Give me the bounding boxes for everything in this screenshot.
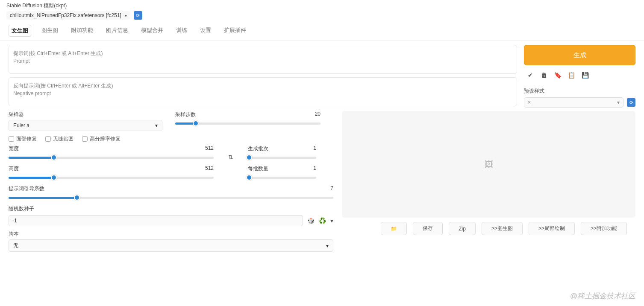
output-gallery: 🖼 xyxy=(342,111,635,218)
save-button[interactable]: 保存 xyxy=(413,222,443,235)
main-tabs: 文生图 图生图 附加功能 图片信息 模型合并 训练 设置 扩展插件 xyxy=(0,20,644,41)
bookmark-icon[interactable]: 🔖 xyxy=(554,71,562,79)
tab-merge[interactable]: 模型合并 xyxy=(138,25,166,37)
send-extras-button[interactable]: >>附加功能 xyxy=(581,222,627,235)
sampling-steps-value: 20 xyxy=(315,111,321,118)
sampler-method-value: Euler a xyxy=(13,122,29,128)
width-slider[interactable] xyxy=(9,154,214,161)
generate-button[interactable]: 生成 xyxy=(524,45,635,65)
model-name: chilloutmix_NiPrunedFp32Fix.safetensors … xyxy=(10,12,121,18)
tab-extras[interactable]: 附加功能 xyxy=(68,25,96,37)
restore-faces-checkbox[interactable]: 面部修复 xyxy=(9,135,37,143)
hires-fix-label: 高分辨率修复 xyxy=(90,135,121,143)
seed-input[interactable]: -1 xyxy=(9,215,303,226)
hires-fix-checkbox[interactable]: 高分辨率修复 xyxy=(82,135,121,143)
watermark: @稀土掘金技术社区 xyxy=(570,291,635,301)
style-label: 预设样式 xyxy=(524,87,635,95)
sampling-steps-label: 采样步数 xyxy=(175,111,196,118)
height-label: 高度 xyxy=(9,165,19,172)
width-label: 宽度 xyxy=(9,145,19,152)
refresh-style-button[interactable]: ⟳ xyxy=(627,98,635,107)
tab-txt2img[interactable]: 文生图 xyxy=(9,25,31,37)
cfg-scale-value: 7 xyxy=(330,185,333,192)
recycle-icon[interactable]: ♻️ xyxy=(319,217,326,224)
chevron-down-icon: ▾ xyxy=(326,243,329,249)
refresh-icon: ⟳ xyxy=(629,100,633,105)
cfg-scale-label: 提示词引导系数 xyxy=(9,185,44,192)
tiling-checkbox[interactable]: 无缝贴图 xyxy=(45,135,74,143)
batch-count-label: 生成批次 xyxy=(248,145,268,152)
tab-img2img[interactable]: 图生图 xyxy=(39,25,61,37)
batch-count-value: 1 xyxy=(313,145,316,152)
script-select[interactable]: 无 ▾ xyxy=(9,239,333,252)
zip-button[interactable]: Zip xyxy=(449,222,476,235)
style-placeholder: × xyxy=(528,99,531,105)
tab-train[interactable]: 训练 xyxy=(173,25,190,37)
chevron-down-icon: ▾ xyxy=(125,13,127,18)
negative-prompt-input[interactable]: 反向提示词(按 Ctrl+Enter 或 Alt+Enter 生成) Negat… xyxy=(9,77,517,106)
header-title: Stable Diffusion 模型(ckpt) xyxy=(6,2,638,9)
extra-seed-toggle[interactable]: ▾ xyxy=(330,217,333,224)
height-slider[interactable] xyxy=(9,174,214,181)
swap-dimensions-button[interactable]: ⇅ xyxy=(228,154,233,160)
model-checkpoint-select[interactable]: chilloutmix_NiPrunedFp32Fix.safetensors … xyxy=(6,11,130,20)
tab-pnginfo[interactable]: 图片信息 xyxy=(103,25,131,37)
width-value: 512 xyxy=(205,145,214,152)
send-inpaint-button[interactable]: >>局部绘制 xyxy=(529,222,575,235)
batch-size-value: 1 xyxy=(313,165,316,172)
cfg-scale-slider[interactable] xyxy=(9,194,333,201)
tab-settings[interactable]: 设置 xyxy=(197,25,214,37)
sampling-steps-slider[interactable] xyxy=(175,120,321,127)
apply-icon[interactable]: ✔ xyxy=(526,71,534,79)
prompt-input[interactable]: 提示词(按 Ctrl+Enter 或 Alt+Enter 生成) Prompt xyxy=(9,45,517,74)
chevron-down-icon: ▾ xyxy=(155,122,158,128)
sampler-method-label: 采样器 xyxy=(9,111,24,118)
dice-icon[interactable]: 🎲 xyxy=(307,217,315,224)
batch-size-label: 每批数量 xyxy=(248,165,268,172)
image-placeholder-icon: 🖼 xyxy=(485,160,493,169)
script-value: 无 xyxy=(13,242,18,249)
script-label: 脚本 xyxy=(9,230,333,238)
chevron-down-icon: ▾ xyxy=(617,99,620,105)
trash-icon[interactable]: 🗑 xyxy=(540,71,548,79)
save-preset-icon[interactable]: 💾 xyxy=(581,71,589,79)
send-img2img-button[interactable]: >>图生图 xyxy=(482,222,523,235)
sampler-method-select[interactable]: Euler a ▾ xyxy=(9,120,162,131)
restore-faces-label: 面部修复 xyxy=(16,135,37,143)
style-select[interactable]: × ▾ xyxy=(524,97,623,108)
clipboard-icon[interactable]: 📋 xyxy=(568,71,575,79)
open-folder-button[interactable]: 📁 xyxy=(381,222,407,235)
tiling-label: 无缝贴图 xyxy=(53,135,74,143)
seed-label: 随机数种子 xyxy=(9,205,333,213)
height-value: 512 xyxy=(205,165,214,172)
refresh-model-button[interactable]: ⟳ xyxy=(134,11,142,20)
tab-extensions[interactable]: 扩展插件 xyxy=(221,25,249,37)
batch-size-slider[interactable] xyxy=(248,174,316,181)
batch-count-slider[interactable] xyxy=(248,154,316,161)
refresh-icon: ⟳ xyxy=(136,13,140,18)
